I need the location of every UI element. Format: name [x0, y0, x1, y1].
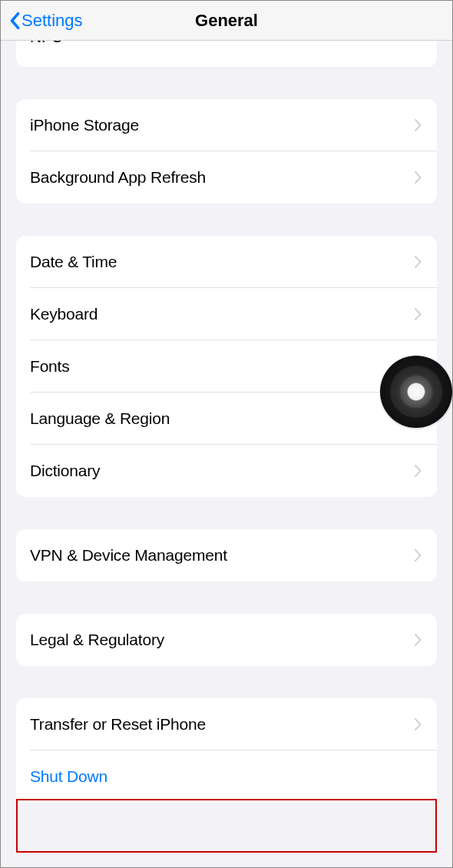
row-iphone-storage[interactable]: iPhone Storage	[16, 99, 437, 151]
row-dictionary[interactable]: Dictionary	[16, 445, 437, 497]
navbar: Settings General	[1, 1, 452, 41]
row-label: Keyboard	[30, 305, 412, 323]
settings-group-locale: Date & Time Keyboard Fonts Language & Re…	[16, 236, 437, 497]
settings-group-partial: NFC	[16, 41, 437, 67]
settings-group-reset: Transfer or Reset iPhone Shut Down	[16, 698, 437, 803]
page-title: General	[195, 11, 258, 31]
chevron-right-icon	[412, 464, 423, 478]
row-label: Legal & Regulatory	[30, 631, 412, 649]
row-label: Background App Refresh	[30, 168, 412, 187]
row-label: Language & Region	[30, 409, 412, 428]
chevron-right-icon	[412, 307, 423, 321]
chevron-right-icon	[412, 171, 423, 184]
chevron-right-icon	[412, 255, 423, 269]
row-label: Shut Down	[30, 767, 423, 786]
row-legal-regulatory[interactable]: Legal & Regulatory	[16, 614, 437, 666]
row-label: iPhone Storage	[30, 116, 412, 134]
content: NFC iPhone Storage Background App Refres…	[1, 41, 452, 868]
row-label: Fonts	[30, 357, 412, 376]
row-date-time[interactable]: Date & Time	[16, 236, 437, 288]
back-button[interactable]: Settings	[5, 1, 83, 40]
chevron-left-icon	[8, 10, 21, 31]
row-label: Date & Time	[30, 253, 412, 271]
chevron-right-icon	[412, 548, 423, 562]
assistive-touch-button[interactable]	[380, 356, 452, 428]
chevron-right-icon	[412, 633, 423, 647]
chevron-right-icon	[412, 41, 423, 41]
row-label: Dictionary	[30, 462, 412, 480]
row-fonts[interactable]: Fonts	[16, 340, 437, 393]
settings-group-storage: iPhone Storage Background App Refresh	[16, 99, 437, 204]
row-nfc[interactable]: NFC	[16, 41, 437, 67]
row-background-app-refresh[interactable]: Background App Refresh	[16, 151, 437, 204]
settings-group-legal: Legal & Regulatory	[16, 614, 437, 666]
chevron-right-icon	[412, 118, 423, 132]
row-label: Transfer or Reset iPhone	[30, 715, 412, 734]
row-shut-down[interactable]: Shut Down	[16, 750, 437, 803]
row-label: VPN & Device Management	[30, 546, 412, 565]
row-vpn-device-management[interactable]: VPN & Device Management	[16, 529, 437, 581]
row-keyboard[interactable]: Keyboard	[16, 288, 437, 340]
row-label: NFC	[30, 41, 412, 46]
row-language-region[interactable]: Language & Region	[16, 393, 437, 445]
settings-group-vpn: VPN & Device Management	[16, 529, 437, 581]
chevron-right-icon	[412, 717, 423, 731]
row-transfer-reset[interactable]: Transfer or Reset iPhone	[16, 698, 437, 750]
back-label: Settings	[21, 11, 83, 31]
